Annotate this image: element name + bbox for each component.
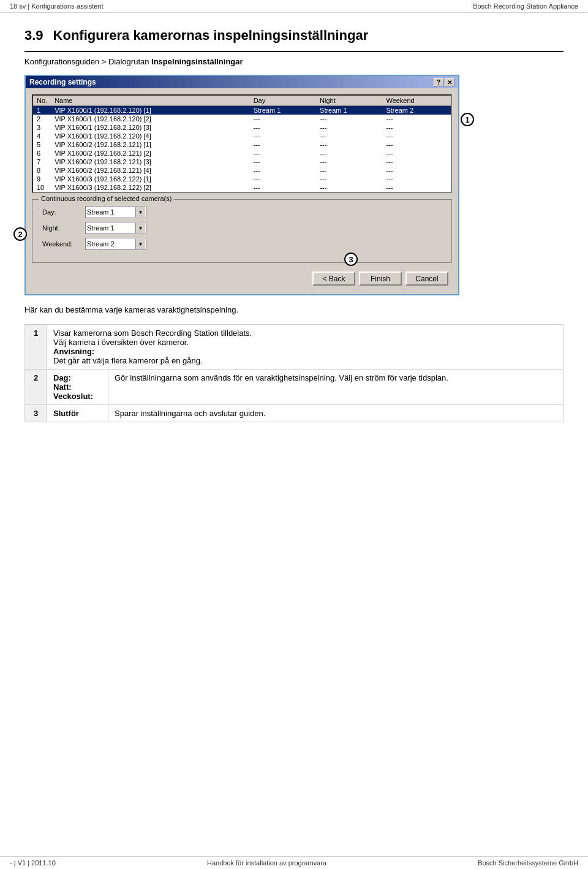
night-label: Night: — [42, 224, 85, 232]
camera-table: No. Name Day Night Weekend 1VIP X1600/1 … — [33, 96, 451, 192]
info-desc-3: Sparar inställningarna och avslutar guid… — [108, 405, 564, 422]
cancel-button[interactable]: Cancel — [405, 271, 448, 286]
header-left: 18 sv | Konfigurations-assistent — [10, 2, 104, 10]
table-row[interactable]: 10VIP X1600/3 (192.168.2.122) [2]-------… — [33, 183, 451, 192]
breadcrumb-prefix: Konfigurationsguiden > Dialogrutan — [24, 57, 151, 66]
close-button[interactable]: ✕ — [445, 78, 454, 86]
info-table: 1 Visar kamerorna som Bosch Recording St… — [24, 324, 564, 422]
table-row[interactable]: 8VIP X1600/2 (192.168.2.121) [4]--------… — [33, 166, 451, 175]
info-num-3: 3 — [25, 405, 47, 422]
help-button[interactable]: ? — [434, 78, 443, 86]
day-select[interactable]: Stream 1 Stream 2 --- — [85, 206, 146, 218]
dialog-buttons-row: 3 < Back Finish Cancel — [32, 269, 452, 288]
table-row[interactable]: 1VIP X1600/1 (192.168.2.120) [1]Stream 1… — [33, 106, 451, 115]
info-row-2: 2 Dag: Natt: Veckoslut: Gör inställninga… — [25, 370, 564, 405]
col-name: Name — [51, 96, 250, 106]
col-weekend: Weekend — [382, 96, 451, 106]
breadcrumb: Konfigurationsguiden > Dialogrutan Inspe… — [24, 57, 564, 66]
dialog-body: No. Name Day Night Weekend 1VIP X1600/1 … — [26, 88, 458, 294]
header-right: Bosch Recording Station Appliance — [473, 2, 578, 10]
info-desc-1-anvisning: Anvisning: — [53, 347, 94, 356]
info-num-2: 2 — [25, 370, 47, 405]
col-no: No. — [33, 96, 51, 106]
table-row[interactable]: 2VIP X1600/1 (192.168.2.120) [2]--------… — [33, 115, 451, 123]
camera-table-wrapper: No. Name Day Night Weekend 1VIP X1600/1 … — [32, 94, 452, 193]
breadcrumb-bold: Inspelningsinställningar — [151, 57, 243, 66]
finish-button[interactable]: Finish — [359, 271, 402, 286]
label-veckoslut: Veckoslut: — [53, 392, 102, 401]
table-row[interactable]: 6VIP X1600/2 (192.168.2.121) [2]--------… — [33, 149, 451, 157]
info-row-1: 1 Visar kamerorna som Bosch Recording St… — [25, 325, 564, 370]
weekend-select-wrapper: Stream 1 Stream 2 --- ▼ — [85, 238, 146, 250]
annotation-1-wrapper: 1 — [461, 113, 474, 126]
annotation-2-wrapper: 2 — [13, 227, 27, 241]
table-row[interactable]: 7VIP X1600/2 (192.168.2.121) [3]--------… — [33, 157, 451, 166]
section-title: Konfigurera kamerornas inspelningsinstäl… — [53, 28, 369, 44]
footer-right: Bosch Sicherheitssysteme GmbH — [478, 859, 578, 867]
form-row-night: Night: Stream 1 Stream 2 --- ▼ — [42, 222, 442, 234]
col-night: Night — [316, 96, 382, 106]
table-header-row: No. Name Day Night Weekend — [33, 96, 451, 106]
footer-center: Handbok för installation av programvara — [207, 859, 326, 867]
section-header: 3.9 Konfigurera kamerornas inspelningsin… — [24, 28, 564, 52]
camera-table-container: No. Name Day Night Weekend 1VIP X1600/1 … — [32, 94, 452, 193]
dialog-title: Recording settings — [29, 78, 96, 86]
night-select-wrapper: Stream 1 Stream 2 --- ▼ — [85, 222, 146, 234]
annotation-3-wrapper: 3 — [344, 252, 358, 266]
info-row-3: 3 Slutför Sparar inställningarna och avs… — [25, 405, 564, 422]
table-row[interactable]: 9VIP X1600/3 (192.168.2.122) [1]--------… — [33, 175, 451, 183]
night-select[interactable]: Stream 1 Stream 2 --- — [85, 222, 146, 234]
dialog-titlebar-buttons: ? ✕ — [434, 78, 454, 86]
footer-bar: - | V1 | 2011.10 Handbok för installatio… — [0, 856, 588, 869]
info-num-1: 1 — [25, 325, 47, 370]
table-row[interactable]: 3VIP X1600/1 (192.168.2.120) [3]--------… — [33, 123, 451, 132]
col-day: Day — [250, 96, 316, 106]
footer-left: - | V1 | 2011.10 — [10, 859, 56, 867]
info-desc-1: Visar kamerorna som Bosch Recording Stat… — [47, 325, 564, 370]
form-row-weekend: Weekend: Stream 1 Stream 2 --- ▼ — [42, 238, 442, 250]
weekend-select[interactable]: Stream 1 Stream 2 --- — [85, 238, 146, 250]
info-desc-1-line2: Välj kamera i översikten över kameror. — [53, 338, 189, 347]
continuous-section-wrapper: 2 Continuous recording of selected camer… — [32, 199, 452, 269]
table-row[interactable]: 4VIP X1600/1 (192.168.2.120) [4]--------… — [33, 132, 451, 140]
section-number: 3.9 — [24, 28, 43, 44]
annotation-1: 1 — [461, 113, 474, 126]
label-natt: Natt: — [53, 382, 102, 392]
header-bar: 18 sv | Konfigurations-assistent Bosch R… — [0, 0, 588, 13]
day-select-wrapper: Stream 1 Stream 2 --- ▼ — [85, 206, 146, 218]
weekend-label: Weekend: — [42, 240, 85, 248]
continuous-section: Continuous recording of selected camera(… — [32, 199, 452, 263]
description-text: Här kan du bestämma varje kameras varakt… — [24, 305, 564, 314]
info-desc-2: Gör inställningarna som används för en v… — [108, 370, 564, 405]
annotation-2: 2 — [13, 227, 27, 241]
info-desc-1-line1: Visar kamerorna som Bosch Recording Stat… — [53, 328, 252, 338]
info-label-2: Dag: Natt: Veckoslut: — [47, 370, 108, 405]
back-button[interactable]: < Back — [312, 271, 355, 286]
label-dag: Dag: — [53, 373, 102, 382]
form-row-day: Day: Stream 1 Stream 2 --- ▼ — [42, 206, 442, 218]
main-content: 3.9 Konfigurera kamerornas inspelningsin… — [0, 13, 588, 455]
info-desc-1-line4: Det går att välja flera kameror på en gå… — [53, 356, 203, 365]
continuous-label: Continuous recording of selected camera(… — [39, 195, 174, 202]
annotation-3: 3 — [344, 252, 358, 266]
dialog-window: Recording settings ? ✕ No. Name Day — [24, 75, 459, 295]
day-label: Day: — [42, 208, 85, 216]
info-label-3: Slutför — [47, 405, 108, 422]
dialog-titlebar: Recording settings ? ✕ — [26, 76, 458, 88]
table-row[interactable]: 5VIP X1600/2 (192.168.2.121) [1]--------… — [33, 140, 451, 149]
